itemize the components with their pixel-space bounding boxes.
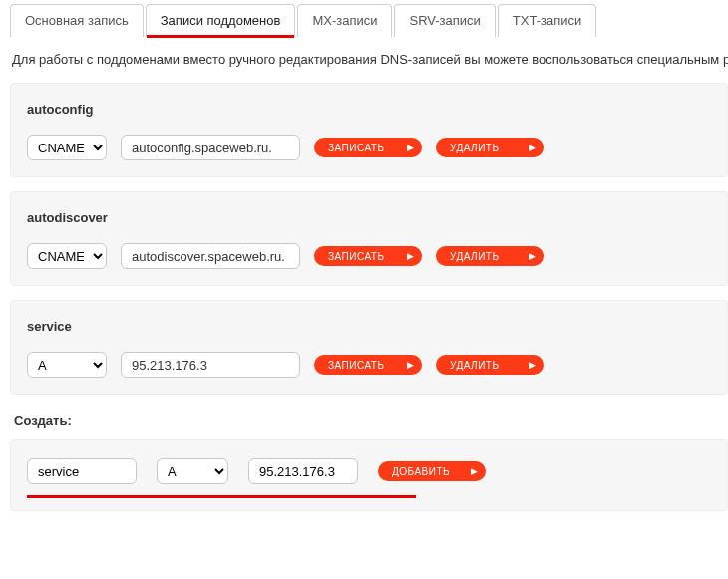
save-button-label: ЗАПИСАТЬ [328,143,399,153]
record-name: service [27,319,711,334]
record-value-input[interactable] [121,352,300,378]
record-name: autoconfig [27,102,711,117]
record-panel: serviceACNAMEЗАПИСАТЬ▶УДАЛИТЬ▶ [10,300,728,395]
tab-main-record[interactable]: Основная запись [10,4,144,37]
record-panel: autodiscoverACNAMEЗАПИСАТЬ▶УДАЛИТЬ▶ [10,191,728,286]
create-name-input[interactable] [27,458,137,484]
create-value-input[interactable] [248,458,358,484]
tabs-bar: Основная запись Записи поддоменов MX-зап… [10,4,728,38]
chevron-right-icon: ▶ [407,252,415,261]
delete-button[interactable]: УДАЛИТЬ▶ [436,355,544,375]
chevron-right-icon: ▶ [407,361,415,370]
chevron-right-icon: ▶ [529,361,537,370]
create-panel: ACNAME ДОБАВИТЬ ▶ [10,439,728,511]
save-button-label: ЗАПИСАТЬ [328,360,399,371]
highlight-underline [27,495,416,498]
tab-mx-records[interactable]: MX-записи [297,4,392,37]
tab-txt-records[interactable]: TXT-записи [498,4,596,37]
record-value-input[interactable] [121,243,300,269]
chevron-right-icon: ▶ [407,144,415,152]
record-panel: autoconfigACNAMEЗАПИСАТЬ▶УДАЛИТЬ▶ [10,83,728,177]
tab-subdomain-records[interactable]: Записи поддоменов [146,4,296,37]
tab-srv-records[interactable]: SRV-записи [394,4,495,37]
delete-button[interactable]: УДАЛИТЬ▶ [436,138,544,157]
record-type-select[interactable]: ACNAME [27,135,107,160]
chevron-right-icon: ▶ [529,252,537,261]
delete-button-label: УДАЛИТЬ [450,251,521,262]
record-type-select[interactable]: ACNAME [27,243,107,269]
record-row: ACNAMEЗАПИСАТЬ▶УДАЛИТЬ▶ [27,352,711,378]
delete-button-label: УДАЛИТЬ [450,360,521,371]
chevron-right-icon: ▶ [529,144,537,152]
add-button-label: ДОБАВИТЬ [392,466,463,477]
description-text: Для работы с поддоменами вместо ручного … [12,52,728,67]
record-type-select[interactable]: ACNAME [27,352,107,378]
save-button[interactable]: ЗАПИСАТЬ▶ [314,355,422,375]
record-row: ACNAMEЗАПИСАТЬ▶УДАЛИТЬ▶ [27,135,711,160]
delete-button-label: УДАЛИТЬ [450,143,521,153]
add-button[interactable]: ДОБАВИТЬ ▶ [378,461,486,481]
chevron-right-icon: ▶ [471,467,479,476]
record-row: ACNAMEЗАПИСАТЬ▶УДАЛИТЬ▶ [27,243,711,269]
record-name: autodiscover [27,210,711,225]
save-button[interactable]: ЗАПИСАТЬ▶ [314,138,422,157]
create-section-label: Создать: [14,413,728,428]
create-type-select[interactable]: ACNAME [157,458,228,484]
save-button[interactable]: ЗАПИСАТЬ▶ [314,246,422,266]
save-button-label: ЗАПИСАТЬ [328,251,399,262]
delete-button[interactable]: УДАЛИТЬ▶ [436,246,544,266]
record-value-input[interactable] [121,135,300,160]
